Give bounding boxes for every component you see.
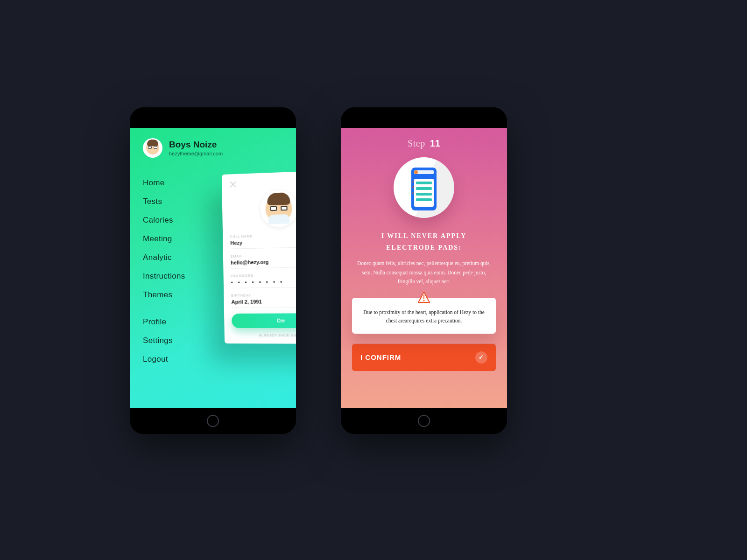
profile-header[interactable]: Boys Noize hezytheme@gmail.com <box>143 138 283 158</box>
already-have-account-link[interactable]: ALREADY HAVE AN AC <box>232 334 296 337</box>
phone-frame-2: Step 11 I WILL NEVER APPLY <box>341 107 507 434</box>
password-value[interactable]: • • • • • • • • <box>231 278 296 288</box>
field-password[interactable]: PASSWORD • • • • • • • • <box>231 273 296 288</box>
statement-body: Donec quam felis, ultricies nec, pellent… <box>350 259 498 287</box>
step-number: 11 <box>430 138 440 148</box>
mockup-stage: Boys Noize hezytheme@gmail.com Home Test… <box>0 0 747 560</box>
warning-icon <box>417 291 430 304</box>
phone1-screen: Boys Noize hezytheme@gmail.com Home Test… <box>130 128 296 408</box>
field-email[interactable]: EMAIL hello@hezy.org <box>231 253 296 269</box>
home-button-icon[interactable] <box>418 415 430 427</box>
statement-title-line2: ELECTRODE PADS: <box>386 244 462 251</box>
signup-avatar[interactable] <box>260 190 296 228</box>
profile-name: Boys Noize <box>169 140 223 150</box>
email-label: EMAIL <box>231 253 296 258</box>
full-name-label: FULL NAME <box>230 233 296 238</box>
phone2-screen: Step 11 I WILL NEVER APPLY <box>341 128 507 408</box>
signup-card: Sign FULL NAME Hezy EM <box>222 170 296 344</box>
home-button-icon[interactable] <box>207 415 219 427</box>
field-birthday[interactable]: BIRTHDAY April 2, 1991 <box>231 293 296 308</box>
birthday-value[interactable]: April 2, 1991 <box>231 298 296 308</box>
field-full-name[interactable]: FULL NAME Hezy <box>230 233 296 249</box>
sidebar-item-logout[interactable]: Logout <box>143 350 283 369</box>
doctor-avatar-icon <box>265 195 292 222</box>
email-value[interactable]: hello@hezy.org <box>231 258 296 269</box>
svg-point-2 <box>423 300 425 301</box>
phone2-bottom-bezel <box>341 408 507 434</box>
create-account-button[interactable]: Cre <box>232 313 296 328</box>
phone-frame-1: Boys Noize hezytheme@gmail.com Home Test… <box>130 107 296 434</box>
profile-email: hezytheme@gmail.com <box>169 151 223 156</box>
avatar[interactable] <box>143 138 162 158</box>
birthday-label: BIRTHDAY <box>231 293 296 297</box>
warning-text: Due to proximity of the heart, applicati… <box>363 309 485 323</box>
phone2-top-bezel <box>341 107 507 128</box>
close-icon[interactable] <box>229 181 237 189</box>
statement-title-line1: I WILL NEVER APPLY <box>381 232 467 239</box>
step-illustration <box>394 157 454 218</box>
check-icon: ✓ <box>475 351 487 364</box>
step-word: Step <box>408 138 425 148</box>
confirm-button[interactable]: I CONFIRM ✓ <box>352 344 496 371</box>
phone1-bottom-bezel <box>130 408 296 434</box>
avatar-face-icon <box>146 141 159 154</box>
profile-text: Boys Noize hezytheme@gmail.com <box>169 140 223 156</box>
statement-title: I WILL NEVER APPLY ELECTRODE PADS: <box>350 230 498 253</box>
checklist-phone-icon <box>411 168 437 210</box>
phone1-top-bezel <box>130 107 296 128</box>
warning-card: Due to proximity of the heart, applicati… <box>352 298 496 334</box>
confirm-label: I CONFIRM <box>360 353 401 361</box>
full-name-value[interactable]: Hezy <box>230 238 296 249</box>
step-indicator: Step 11 <box>350 138 498 149</box>
password-label: PASSWORD <box>231 273 296 278</box>
